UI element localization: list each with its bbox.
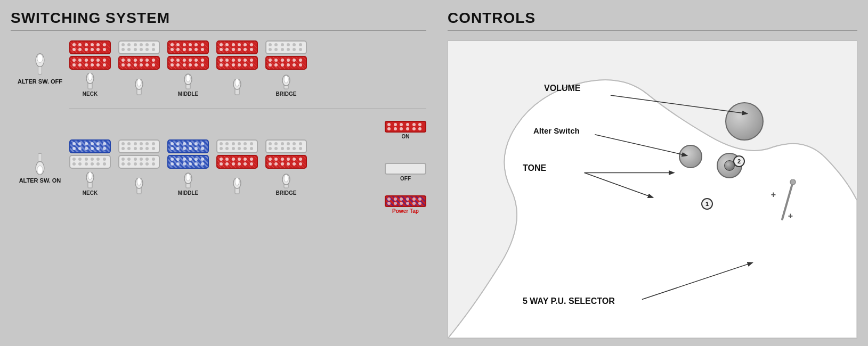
on-bridge-label: BRIDGE [276,190,297,196]
alter-on-top-row [69,139,377,169]
switch-middle-icon [180,73,196,90]
number-1-circle: 1 [701,198,713,210]
alter-off-label: ALTER SW. OFF [18,78,62,85]
section-divider-left [11,30,426,31]
switching-system-panel: SWITCHING SYSTEM ALTER SW. OFF [0,0,437,346]
alter-on-section: ALTER SW. ON [11,121,426,214]
on-pickup-5 [265,139,307,169]
controls-title: CONTROLS [448,10,857,27]
on-switch-middle: MIDDLE [167,172,209,196]
alter-on-label: ALTER SW. ON [19,177,61,184]
alter-on-pickup-grid: NECK [69,139,377,196]
alter-off-pickup-grid: NECK [69,40,419,97]
svg-point-5 [88,73,92,80]
on-switch-4 [216,178,258,196]
on-pickup-5-bot [265,155,307,169]
section-divider-right [448,30,857,31]
switch-2 [118,79,160,97]
pickup-cell-1 [69,40,111,70]
alter-switch-label: Alter Switch [533,126,580,135]
on-pickup-3-bot [167,155,209,169]
pickup-cell-4 [216,40,258,70]
number-2-circle: 2 [733,155,745,167]
svg-rect-18 [38,153,42,162]
on-pickup-3-top [167,139,209,153]
svg-point-14 [235,79,239,86]
pickup-block-5-top [265,40,307,54]
svg-point-23 [88,172,92,179]
switch-neck: NECK [69,73,111,97]
plus-1: + [771,190,776,200]
on-pickup-1-top [69,139,111,153]
alter-off-switch-icon [30,53,50,76]
pickup-cell-3 [167,40,209,70]
svg-point-26 [137,178,141,185]
on-switch-neck: NECK [69,172,111,196]
neck-label: NECK [83,91,98,97]
pickup-block-5-bot [265,56,307,70]
pickup-block-2-bot [118,56,160,70]
on-pickup-4-bot [216,155,258,169]
pickup-block-n1-top [69,40,111,54]
on-pickup-4-top [216,139,258,153]
pickup-block-4-top [216,40,258,54]
section-separator [69,109,426,109]
svg-point-32 [235,178,239,185]
alter-knob [679,145,702,168]
on-pickup-2-bot [118,155,160,169]
svg-point-29 [186,174,190,181]
switch-middle: MIDDLE [167,73,209,97]
on-neck-label: NECK [83,190,98,196]
on-switch-2 [118,178,160,196]
pickup-cell-2 [118,40,160,70]
pickup-block-n1-bot [69,56,111,70]
alter-off-switches-row: NECK [69,73,419,97]
on-middle-label: MIDDLE [178,190,198,196]
on-switch-bridge: BRIDGE [265,172,307,196]
switching-system-title: SWITCHING SYSTEM [11,10,426,27]
alter-off-top-row [69,40,419,70]
alter-on-switch-icon [30,152,50,175]
volume-label: VOLUME [544,84,580,93]
on-label: ON [402,134,410,139]
pickup-block-2-top [118,40,160,54]
pickup-block-4-bot [216,56,258,70]
switch-bridge: BRIDGE [265,73,307,97]
pickup-cell-5 [265,40,307,70]
bridge-label: BRIDGE [276,91,297,97]
switch-4-icon [229,79,245,96]
off-label: OFF [400,176,411,182]
switching-content: ALTER SW. OFF [11,40,426,214]
volume-knob [725,102,764,141]
controls-diagram: VOLUME Alter Switch TONE 5 WAY P.U. SELE… [448,40,857,339]
on-pickup-1 [69,139,111,169]
svg-point-2 [37,54,43,63]
on-switch-neck-icon [82,172,98,189]
on-pickup-4 [216,139,258,169]
switch-2-icon [131,79,147,96]
on-pickup-1-bot [69,155,111,169]
svg-point-11 [186,75,190,82]
tone-label: TONE [523,163,546,173]
on-pickup-5-top [265,139,307,153]
alter-off-section: ALTER SW. OFF [11,40,426,97]
switch-4 [216,79,258,97]
svg-point-8 [137,79,141,86]
on-switch-bridge-icon [278,172,294,189]
switch-bridge-icon [278,73,294,90]
middle-label: MIDDLE [178,91,198,97]
on-switch-2-icon [131,178,147,195]
on-pickup-3 [167,139,209,169]
svg-point-37 [790,179,796,185]
switch-neck-icon [82,73,98,90]
on-switch-middle-icon [180,172,196,189]
controls-panel: CONTROLS VOLUME Alter Switch TONE 5 WAY … [437,0,868,346]
selector-switch-svg [777,179,809,222]
alter-on-switches-row: NECK [69,172,377,196]
alter-on-label-area: ALTER SW. ON [11,152,69,184]
selector-label: 5 WAY P.U. SELECTOR [523,296,615,306]
pickup-block-3-top [167,40,209,54]
svg-line-36 [782,182,793,219]
on-pickup-2 [118,139,160,169]
svg-point-17 [284,76,288,83]
